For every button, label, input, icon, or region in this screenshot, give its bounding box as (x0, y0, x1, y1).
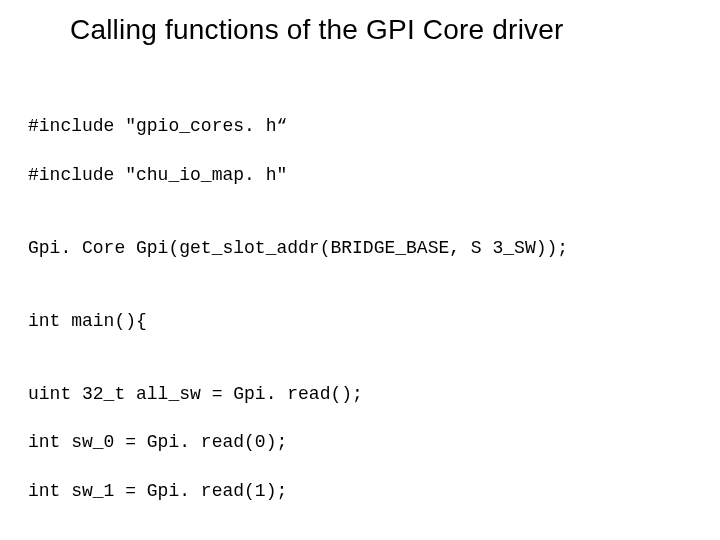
slide: Calling functions of the GPI Core driver… (0, 0, 720, 540)
code-line: #include "gpio_cores. h“ (28, 114, 692, 138)
code-line: #include "chu_io_map. h" (28, 163, 692, 187)
code-line: uint 32_t all_sw = Gpi. read(); (28, 382, 692, 406)
code-line: int sw_1 = Gpi. read(1); (28, 479, 692, 503)
code-line: Gpi. Core Gpi(get_slot_addr(BRIDGE_BASE,… (28, 236, 692, 260)
slide-title: Calling functions of the GPI Core driver (70, 14, 680, 46)
code-line: int main(){ (28, 309, 692, 333)
code-line: int sw_0 = Gpi. read(0); (28, 430, 692, 454)
code-block: #include "gpio_cores. h“ #include "chu_i… (28, 90, 692, 540)
